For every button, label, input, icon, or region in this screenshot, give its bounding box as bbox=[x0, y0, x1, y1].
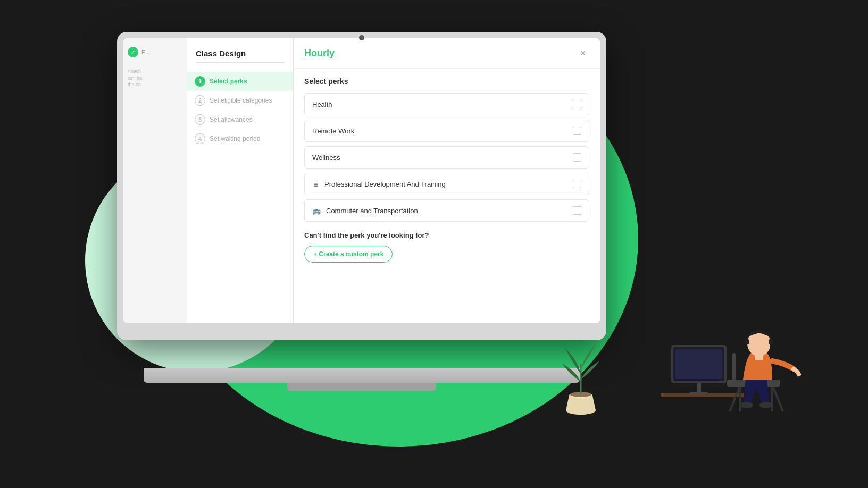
bg-check-icon: ✓ bbox=[128, 47, 138, 57]
select-perks-title: Select perks bbox=[304, 77, 589, 86]
laptop-screen: ✓ E... r each can ha the op Class Design… bbox=[123, 38, 600, 323]
perk-item-health[interactable]: Health bbox=[304, 93, 589, 115]
laptop-wrapper: ✓ E... r each can ha the op Class Design… bbox=[117, 32, 649, 415]
cant-find-section: Can't find the perk you're looking for? … bbox=[304, 231, 589, 263]
sidebar-title: Class Design bbox=[187, 49, 293, 62]
sidebar-item-set-allowances[interactable]: 3 Set allowances bbox=[187, 110, 293, 129]
svg-rect-7 bbox=[671, 345, 727, 383]
step-num-4: 4 bbox=[195, 133, 205, 144]
perk-remote-label: Remote Work bbox=[312, 127, 354, 135]
perk-item-professional-dev[interactable]: 🖥 Professional Development And Training bbox=[304, 173, 589, 195]
step-label-3: Set allowances bbox=[210, 116, 253, 123]
svg-line-11 bbox=[772, 385, 783, 411]
bus-icon: 🚌 bbox=[312, 207, 321, 215]
sidebar-item-eligible-categories[interactable]: 2 Set eligible categories bbox=[187, 91, 293, 110]
svg-rect-20 bbox=[745, 339, 749, 344]
step-num-1: 1 bbox=[195, 76, 205, 87]
perk-wellness-left: Wellness bbox=[312, 154, 340, 162]
perk-health-label: Health bbox=[312, 100, 332, 108]
svg-rect-15 bbox=[732, 353, 736, 381]
svg-rect-8 bbox=[673, 347, 724, 381]
perk-professional-checkbox[interactable] bbox=[573, 180, 581, 188]
perk-remote-checkbox[interactable] bbox=[573, 127, 581, 135]
dialog-title: Hourly bbox=[304, 48, 335, 59]
perk-wellness-label: Wellness bbox=[312, 154, 340, 162]
step-label-2: Set eligible categories bbox=[210, 97, 272, 104]
laptop-screen-outer: ✓ E... r each can ha the op Class Design… bbox=[117, 32, 606, 340]
dialog-body: Select perks Health Remote Work bbox=[294, 69, 600, 323]
perk-health-checkbox[interactable] bbox=[573, 100, 581, 108]
svg-rect-17 bbox=[755, 355, 763, 360]
step-label-1: Select perks bbox=[210, 78, 247, 85]
svg-rect-14 bbox=[727, 380, 780, 387]
step-num-3: 3 bbox=[195, 114, 205, 125]
perk-wellness-checkbox[interactable] bbox=[573, 153, 581, 162]
svg-rect-9 bbox=[675, 349, 722, 379]
svg-rect-6 bbox=[690, 392, 708, 394]
sidebar-item-waiting-period[interactable]: 4 Set waiting period bbox=[187, 129, 293, 148]
monitor-icon: 🖥 bbox=[312, 180, 319, 188]
laptop-base bbox=[144, 368, 580, 383]
svg-point-19 bbox=[760, 402, 772, 408]
sidebar-item-select-perks[interactable]: 1 Select perks bbox=[187, 72, 293, 91]
sidebar-divider bbox=[196, 62, 285, 63]
monitor-illustration bbox=[661, 334, 746, 411]
svg-rect-4 bbox=[661, 393, 746, 397]
perk-commuter-left: 🚌 Commuter and Transportation bbox=[312, 207, 418, 215]
svg-point-16 bbox=[747, 331, 771, 356]
perk-professional-label: Professional Development And Training bbox=[324, 180, 446, 188]
bg-benefits-panel: ✓ E... r each can ha the op bbox=[123, 38, 187, 323]
close-button[interactable]: × bbox=[577, 47, 589, 60]
perk-item-wellness[interactable]: Wellness bbox=[304, 146, 589, 169]
svg-point-18 bbox=[740, 402, 753, 408]
bg-check-row: ✓ E... bbox=[128, 47, 183, 57]
svg-rect-21 bbox=[769, 339, 773, 344]
dialog-header: Hourly × bbox=[294, 38, 600, 69]
person-illustration bbox=[698, 310, 815, 419]
perk-health-left: Health bbox=[312, 100, 332, 108]
perk-commuter-label: Commuter and Transportation bbox=[326, 207, 418, 215]
class-design-sidebar: Class Design 1 Select perks 2 Set eligib… bbox=[187, 38, 294, 323]
perk-professional-left: 🖥 Professional Development And Training bbox=[312, 180, 446, 188]
bg-paragraph: r each can ha the op bbox=[128, 68, 183, 88]
perk-item-remote-work[interactable]: Remote Work bbox=[304, 120, 589, 142]
create-custom-perk-button[interactable]: + Create a custom perk bbox=[304, 246, 393, 263]
bg-check-label: E... bbox=[141, 49, 149, 55]
cant-find-text: Can't find the perk you're looking for? bbox=[304, 231, 589, 239]
svg-line-10 bbox=[730, 385, 740, 411]
svg-rect-5 bbox=[697, 382, 701, 394]
perk-remote-left: Remote Work bbox=[312, 127, 354, 135]
step-label-4: Set waiting period bbox=[210, 135, 260, 142]
step-num-2: 2 bbox=[195, 95, 205, 106]
main-dialog: Hourly × Select perks Health bbox=[294, 38, 600, 323]
perk-item-commuter[interactable]: 🚌 Commuter and Transportation bbox=[304, 199, 589, 222]
webcam-dot bbox=[359, 35, 364, 40]
perk-commuter-checkbox[interactable] bbox=[573, 206, 581, 215]
